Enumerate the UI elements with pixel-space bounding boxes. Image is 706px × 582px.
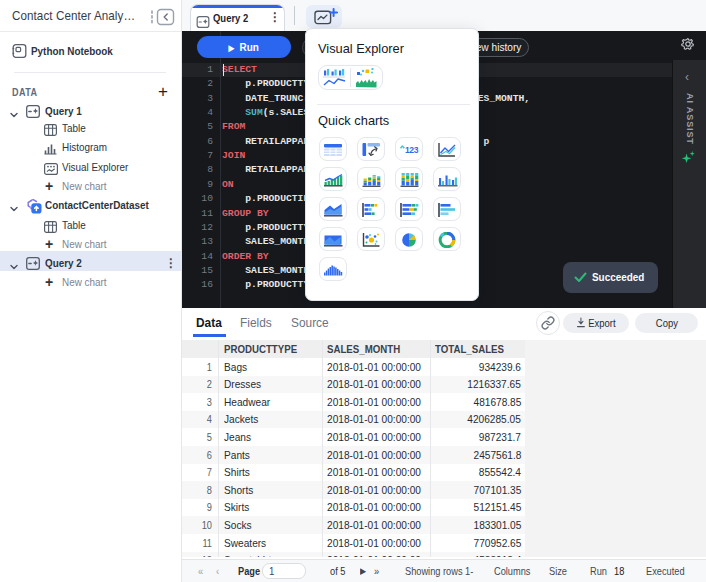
- svg-text:123: 123: [405, 144, 419, 154]
